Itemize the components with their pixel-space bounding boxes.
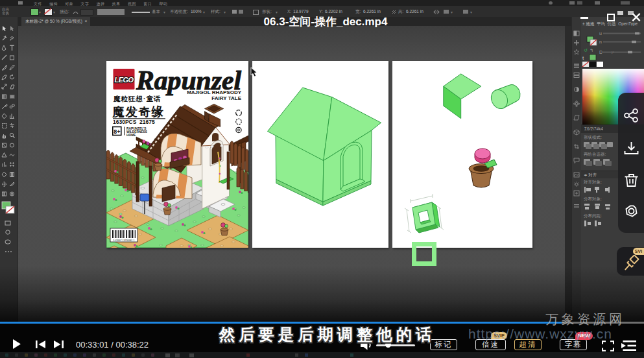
svg-text:FAIRY TALE: FAIRY TALE	[211, 95, 241, 101]
svg-text:↰: ↰	[590, 48, 593, 53]
svg-text:1630PCS 21675: 1630PCS 21675	[113, 119, 155, 125]
svg-text:8+: 8+	[113, 128, 120, 135]
svg-text:HOME: HOME	[126, 134, 136, 137]
svg-text:↺: ↺	[584, 48, 588, 53]
svg-text:LEGO: LEGO	[114, 76, 134, 84]
svg-text:魔发奇缘: 魔发奇缘	[112, 105, 165, 119]
svg-text:魔粒狂想·童话: 魔粒狂想·童话	[113, 95, 161, 102]
svg-text:MAJIGOL RHAPSODY: MAJIGOL RHAPSODY	[187, 90, 242, 95]
svg-text:u: u	[599, 31, 602, 36]
svg-text:n: n	[599, 40, 602, 44]
svg-text:5 43997 13736981 1: 5 43997 13736981 1	[113, 239, 135, 242]
svg-text:D: D	[599, 50, 602, 54]
